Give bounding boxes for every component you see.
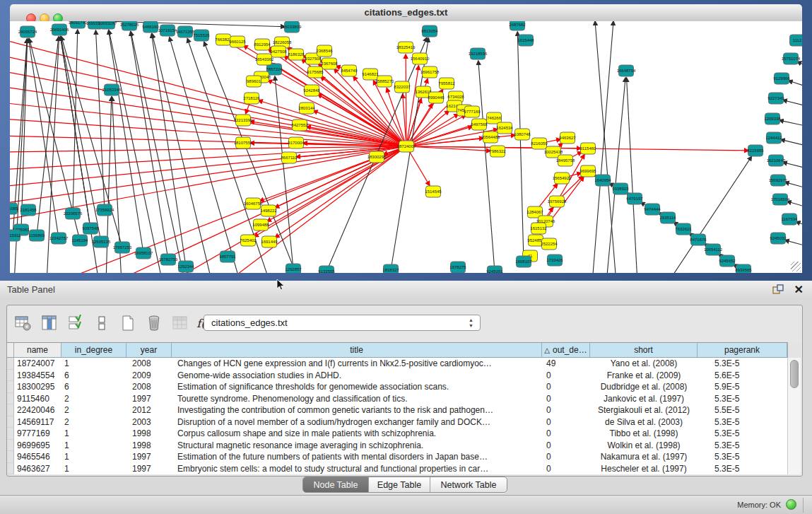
table-cell[interactable]: 0 bbox=[542, 381, 590, 393]
table-cell[interactable]: 2008 bbox=[126, 381, 172, 393]
graph-node[interactable]: 9242848 bbox=[303, 85, 320, 96]
table-cell[interactable]: 5.3E-5 bbox=[698, 358, 787, 370]
table-cell[interactable]: 18724007 bbox=[14, 358, 61, 370]
tab-edge-table[interactable]: Edge Table bbox=[369, 477, 430, 492]
column-header-out_de[interactable]: △out_de… bbox=[542, 343, 590, 357]
graph-node[interactable]: 1733426 bbox=[546, 255, 563, 266]
table-cell[interactable]: Changes of HCN gene expression and I(f) … bbox=[172, 358, 542, 370]
graph-node[interactable]: 7625402 bbox=[240, 235, 257, 246]
graph-node[interactable]: 2687682 bbox=[509, 21, 526, 30]
graph-node[interactable]: 9097548 bbox=[82, 223, 99, 234]
table-cell[interactable]: 18300295 bbox=[14, 381, 61, 393]
graph-node[interactable]: 1292344 bbox=[177, 261, 194, 272]
graph-node[interactable]: 1209338 bbox=[764, 113, 781, 124]
graph-node[interactable]: 16033809 bbox=[283, 21, 302, 33]
cell-view-icon[interactable] bbox=[92, 313, 112, 333]
graph-node[interactable]: 18495758 bbox=[556, 155, 575, 166]
graph-node[interactable]: 8322037 bbox=[394, 81, 411, 93]
network-view-canvas[interactable]: 2405572420691406180917401695330110653287… bbox=[10, 21, 802, 273]
table-cell[interactable]: 5.3E-5 bbox=[698, 463, 787, 475]
graph-node[interactable]: 2181458 bbox=[20, 204, 37, 216]
table-cell[interactable]: 49 bbox=[542, 358, 590, 370]
graph-node[interactable]: 16782759 bbox=[159, 254, 178, 265]
column-header-title[interactable]: title bbox=[172, 343, 542, 357]
table-cell[interactable]: 5.3E-5 bbox=[698, 416, 787, 428]
graph-node[interactable]: 8216059 bbox=[531, 138, 548, 149]
table-cell[interactable]: 9115460 bbox=[14, 393, 61, 405]
tab-network-table[interactable]: Network Table bbox=[430, 477, 507, 492]
new-column-icon[interactable] bbox=[118, 313, 138, 333]
table-cell[interactable]: 14569117 bbox=[14, 416, 61, 428]
graph-node[interactable]: 9777169 bbox=[464, 106, 481, 117]
graph-node[interactable]: 9245652 bbox=[719, 255, 736, 267]
scrollbar-thumb[interactable] bbox=[790, 360, 799, 388]
graph-node[interactable]: 9463627 bbox=[559, 132, 576, 144]
table-cell[interactable]: 2 bbox=[61, 404, 126, 416]
graph-node[interactable]: 7515526 bbox=[193, 30, 210, 41]
graph-node[interactable]: 1099488 bbox=[252, 219, 269, 230]
table-cell[interactable]: 5.3E-5 bbox=[698, 440, 787, 452]
graph-node[interactable]: 2522254 bbox=[541, 238, 558, 250]
graph-node[interactable]: 8427552 bbox=[291, 119, 308, 131]
graph-node[interactable]: 18300295 bbox=[367, 151, 387, 163]
close-panel-icon[interactable]: ✕ bbox=[794, 283, 804, 296]
graph-node[interactable]: 9133555 bbox=[318, 266, 335, 273]
table-dropdown[interactable]: citations_edges.txt ▲▼ bbox=[204, 315, 481, 331]
graph-node[interactable]: 1514545 bbox=[425, 186, 442, 197]
graph-node[interactable]: 20564486 bbox=[481, 132, 500, 143]
graph-node[interactable]: 16961758 bbox=[420, 66, 440, 78]
table-cell[interactable]: 0 bbox=[542, 370, 590, 382]
graph-node[interactable]: 2718126 bbox=[243, 93, 260, 104]
graph-node[interactable]: 17016504 bbox=[771, 194, 790, 205]
graph-node[interactable]: 2935114 bbox=[660, 212, 677, 223]
graph-node[interactable]: 15278025 bbox=[120, 21, 139, 30]
table-cell[interactable]: Yano et al. (2008) bbox=[590, 358, 698, 370]
table-cell[interactable]: 5.6E-5 bbox=[698, 370, 787, 382]
table-cell[interactable]: Corpus callosum shape and size in male p… bbox=[172, 428, 542, 440]
column-header-year[interactable]: year bbox=[126, 343, 172, 357]
row-selection-icon[interactable] bbox=[66, 313, 86, 333]
graph-node[interactable]: 2367608 bbox=[321, 58, 338, 69]
table-cell[interactable]: 1997 bbox=[126, 393, 172, 405]
graph-node[interactable]: 16543362 bbox=[255, 54, 274, 65]
graph-node[interactable]: 9474444 bbox=[644, 204, 661, 215]
table-cell[interactable]: Hescheler et al. (1997) bbox=[590, 463, 698, 475]
graph-node[interactable]: 1624534 bbox=[496, 122, 513, 134]
table-cell[interactable]: 0 bbox=[542, 428, 590, 440]
table-cell[interactable]: de Silva et al. (2003) bbox=[590, 416, 698, 428]
table-row[interactable]: 1938455462009Genome-wide association stu… bbox=[7, 370, 801, 382]
table-cell[interactable]: 1997 bbox=[126, 463, 172, 475]
table-cell[interactable]: 6 bbox=[61, 370, 126, 382]
table-cell[interactable]: Disruption of a novel member of a sodium… bbox=[172, 416, 542, 428]
graph-node[interactable]: 21053346 bbox=[102, 84, 122, 95]
graph-node[interactable]: 1080748 bbox=[514, 129, 531, 140]
graph-node[interactable]: 9129966 bbox=[773, 73, 790, 84]
table-cell[interactable]: 1 bbox=[61, 451, 126, 463]
table-cell[interactable]: Tibbo et al. (1998) bbox=[590, 428, 698, 440]
table-cell[interactable]: Stergiakouli et al. (2012) bbox=[590, 404, 698, 416]
graph-node[interactable]: 9245032 bbox=[770, 233, 787, 244]
table-cell[interactable]: 9699695 bbox=[14, 440, 61, 452]
table-mode-icon[interactable] bbox=[13, 313, 33, 333]
table-cell[interactable]: 5.3E-5 bbox=[698, 451, 787, 463]
graph-node[interactable]: 1640954 bbox=[594, 175, 611, 186]
graph-node[interactable]: 1112 bbox=[790, 35, 803, 46]
graph-node[interactable]: 24055724 bbox=[18, 26, 37, 37]
table-cell[interactable]: 0 bbox=[542, 404, 590, 416]
graph-node[interactable]: 8215955 bbox=[747, 145, 764, 156]
table-cell[interactable]: 2 bbox=[61, 416, 126, 428]
table-row[interactable]: 1456911722003Disruption of a novel membe… bbox=[7, 416, 801, 428]
graph-node[interactable]: 989601 bbox=[247, 76, 261, 87]
graph-node[interactable]: 9227349 bbox=[767, 93, 784, 104]
graph-node[interactable]: 9115460 bbox=[580, 143, 597, 154]
graph-node[interactable]: 15885270 bbox=[375, 76, 394, 87]
graph-node[interactable]: 10653287 bbox=[98, 21, 117, 29]
table-cell[interactable]: Tourette syndrome. Phenomenology and cla… bbox=[172, 393, 542, 405]
graph-node[interactable]: 1145194 bbox=[72, 235, 89, 246]
graph-node[interactable]: 12213399 bbox=[234, 115, 253, 126]
table-row[interactable]: 2242004622012Investigating the contribut… bbox=[7, 404, 801, 416]
show-columns-icon[interactable] bbox=[40, 313, 59, 333]
table-cell[interactable]: 9465546 bbox=[14, 451, 61, 463]
table-cell[interactable]: 2009 bbox=[126, 370, 172, 382]
graph-node[interactable]: 8990448 bbox=[428, 92, 445, 103]
